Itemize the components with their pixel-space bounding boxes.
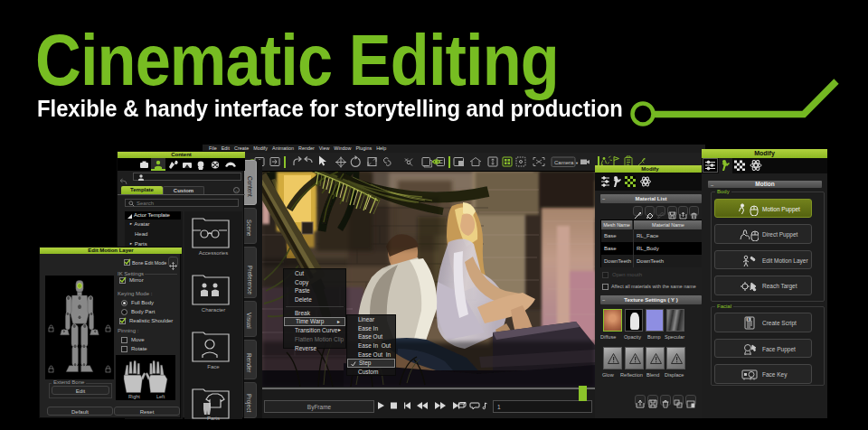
svg-text:Left: Left <box>156 394 165 399</box>
svg-text:Right: Right <box>128 394 140 399</box>
